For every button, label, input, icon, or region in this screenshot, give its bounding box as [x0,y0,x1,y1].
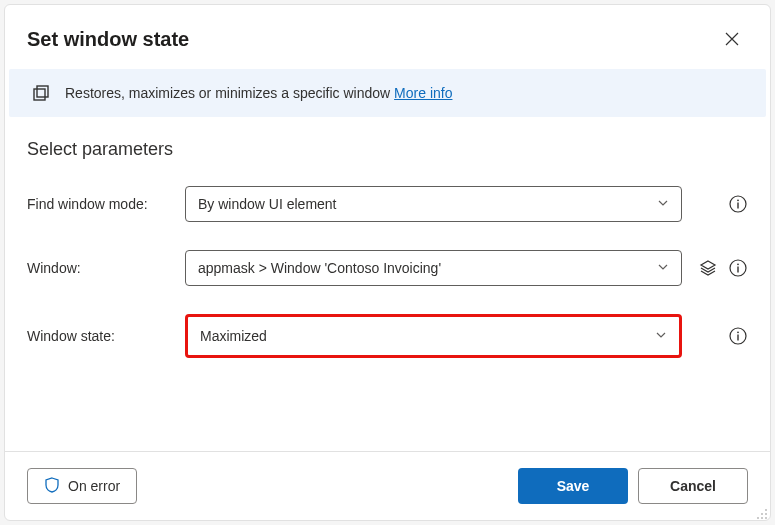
svg-rect-10 [737,335,738,341]
svg-point-14 [765,517,767,519]
window-label: Window: [27,260,175,276]
window-value: appmask > Window 'Contoso Invoicing' [198,260,441,276]
svg-point-13 [761,513,763,515]
window-state-value: Maximized [200,328,267,344]
chevron-down-icon [657,260,669,276]
find-window-mode-value: By window UI element [198,196,337,212]
description-banner: Restores, maximizes or minimizes a speci… [9,69,766,117]
window-state-info-button[interactable] [728,326,748,346]
svg-point-15 [761,517,763,519]
dialog-footer: On error Save Cancel [5,451,770,520]
dialog-header: Set window state [5,5,770,69]
chevron-down-icon [655,328,667,344]
svg-rect-1 [37,86,48,97]
chevron-down-icon [657,196,669,212]
set-window-state-dialog: Set window state Restores, maximizes or … [4,4,771,521]
resize-grip-icon[interactable] [756,506,768,518]
cancel-button[interactable]: Cancel [638,468,748,504]
section-title: Select parameters [27,139,748,160]
svg-point-6 [737,263,739,265]
svg-rect-7 [737,267,738,273]
window-state-row: Window state: Maximized [27,314,748,358]
close-button[interactable] [716,23,748,55]
ui-element-picker-button[interactable] [698,258,718,278]
window-info-button[interactable] [728,258,748,278]
window-row: Window: appmask > Window 'Contoso Invoic… [27,250,748,286]
banner-text: Restores, maximizes or minimizes a speci… [65,85,452,101]
on-error-button[interactable]: On error [27,468,137,504]
svg-rect-4 [737,203,738,209]
window-state-label: Window state: [27,328,175,344]
window-state-select[interactable]: Maximized [185,314,682,358]
svg-point-16 [757,517,759,519]
svg-point-11 [765,509,767,511]
svg-rect-0 [34,89,45,100]
svg-point-9 [737,331,739,333]
footer-actions: Save Cancel [518,468,748,504]
save-button[interactable]: Save [518,468,628,504]
find-mode-info-button[interactable] [728,194,748,214]
window-states-icon [31,83,51,103]
shield-icon [44,477,60,496]
on-error-label: On error [68,478,120,494]
find-window-mode-row: Find window mode: By window UI element [27,186,748,222]
close-icon [725,32,739,46]
more-info-link[interactable]: More info [394,85,452,101]
window-select[interactable]: appmask > Window 'Contoso Invoicing' [185,250,682,286]
dialog-body: Select parameters Find window mode: By w… [5,117,770,451]
banner-description: Restores, maximizes or minimizes a speci… [65,85,390,101]
svg-point-12 [765,513,767,515]
find-window-mode-label: Find window mode: [27,196,175,212]
dialog-title: Set window state [27,28,189,51]
find-window-mode-select[interactable]: By window UI element [185,186,682,222]
svg-point-3 [737,199,739,201]
